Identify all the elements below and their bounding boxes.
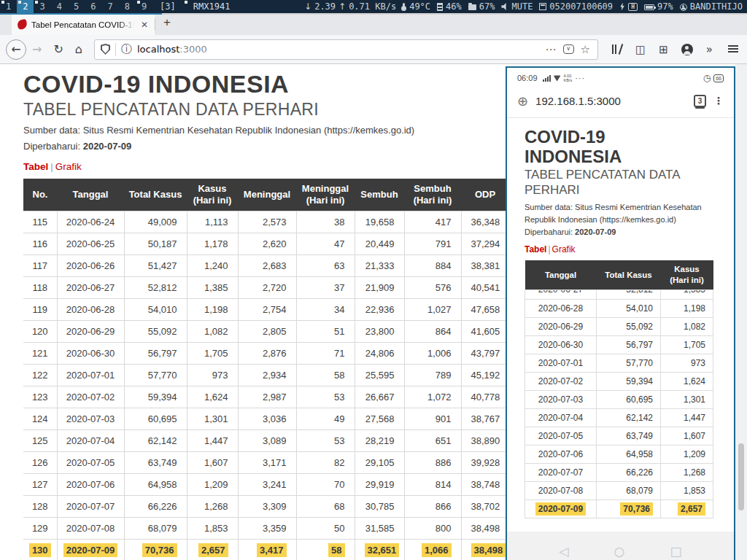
table-cell: 20,449 [355, 233, 404, 255]
workspace-8[interactable]: 8 [119, 0, 136, 13]
table-cell: 36,348 [461, 211, 509, 233]
tabel-link[interactable]: Tabel [23, 161, 48, 172]
table-cell: 125 [23, 430, 57, 452]
phone-url-text[interactable]: 192.168.1.5:3000 [535, 95, 686, 107]
browser-tab[interactable]: Tabel Pencatatan COVID-19 Indone ✕ [12, 15, 155, 35]
table-cell: 2,876 [238, 343, 296, 365]
profile-avatar-icon[interactable] [681, 44, 693, 55]
table-cell: 2020-06-26 [57, 255, 124, 277]
site-info-icon[interactable]: ⓘ [121, 42, 132, 56]
table-row: 2020-06-3056,7971,705 [525, 336, 713, 354]
overflow-chevron-icon[interactable]: » [700, 43, 719, 56]
extensions-icon[interactable]: ⊞ [652, 43, 675, 56]
table-head: No.TanggalTotal KasusKasus(Hari ini)Meni… [23, 179, 566, 211]
workspace-6[interactable]: 6 [85, 0, 101, 13]
table-row: 1172020-06-2651,4271,2402,6836321,333884… [23, 255, 566, 277]
tracking-protection-shield-icon[interactable] [101, 44, 110, 55]
phone-menu-kebab-icon[interactable]: ⋮ [713, 95, 724, 106]
workspace-5[interactable]: 5 [68, 0, 85, 13]
table-row: 1262020-07-0563,7491,6073,1718229,105886… [23, 452, 566, 474]
user-icon [680, 4, 687, 11]
battery-icon [644, 4, 654, 10]
table-cell: 2,657 [661, 500, 713, 518]
home-button[interactable]: ⌂ [69, 42, 88, 56]
android-back-button[interactable]: ◁ [560, 544, 569, 559]
table-cell: 38,748 [461, 474, 509, 496]
phone-grafik-link[interactable]: Grafik [552, 244, 576, 254]
table-row: 1152020-06-2449,0091,1132,5733819,658417… [23, 211, 566, 233]
bookmark-star-icon[interactable]: ☆ [579, 43, 592, 56]
browser-scrollbar-track[interactable] [735, 64, 747, 560]
table-cell: 2,620 [238, 233, 296, 255]
page-actions-icon[interactable]: ⋯ [544, 43, 558, 56]
tab-close-icon[interactable]: ✕ [139, 20, 150, 30]
upload-icon: ↑ [338, 0, 346, 13]
table-cell: 1,853 [661, 482, 713, 500]
pocket-icon[interactable]: ∨ [563, 44, 574, 54]
table-cell: 21,909 [355, 277, 404, 299]
alarm-icon: ◷ [703, 73, 711, 83]
workspace-4[interactable]: 4 [51, 0, 68, 13]
sidebar-icon[interactable]: ◫ [629, 43, 652, 56]
table-cell: 123 [23, 386, 57, 408]
table-cell: 58 [296, 540, 355, 560]
grafik-link[interactable]: Grafik [55, 161, 82, 172]
browser-scrollbar-thumb[interactable] [738, 443, 744, 510]
table-cell: 55,092 [597, 318, 661, 336]
workspace-9[interactable]: 9 [136, 0, 152, 13]
android-recents-button[interactable]: □ [670, 544, 681, 559]
library-icon[interactable] [612, 44, 622, 54]
new-tab-button[interactable]: + [155, 15, 179, 35]
table-cell: 118 [23, 277, 57, 299]
status-bar: 123456789 [3] RMX1941 ↓2.39↑0.71 KB/s 49… [0, 0, 747, 13]
table-cell: 34 [296, 299, 355, 321]
table-cell: 2020-06-29 [525, 318, 597, 336]
phone-source-text: Sumber data: Situs Resmi Kementrian Kese… [525, 201, 708, 226]
table-cell: 126 [23, 452, 57, 474]
back-button[interactable]: ← [6, 39, 26, 60]
table-cell: 2020-06-25 [57, 233, 124, 255]
table-cell: 901 [404, 408, 461, 430]
table-cell: 40,541 [461, 277, 509, 299]
table-row: 1292020-07-0868,0791,8533,3595031,585800… [23, 518, 566, 540]
table-cell: 37 [296, 277, 355, 299]
android-home-button[interactable]: ○ [614, 544, 625, 559]
table-row: 1222020-07-0157,7709732,9345825,59578945… [23, 365, 566, 386]
table-cell: 2,573 [238, 211, 296, 233]
thermometer-icon [403, 3, 405, 10]
table-cell: 50 [296, 518, 355, 540]
reload-button[interactable]: ↻ [47, 42, 69, 56]
url-text[interactable]: localhost:3000 [137, 44, 539, 55]
table-cell: 2020-07-09 [525, 500, 597, 518]
table-cell: 21,333 [355, 255, 404, 277]
menu-hamburger-icon[interactable] [728, 45, 738, 47]
table-cell: 27,568 [355, 408, 404, 430]
workspace-3[interactable]: 3 [34, 0, 50, 13]
phone-tab-counter[interactable]: 3 [694, 95, 706, 107]
table-cell: 128 [23, 496, 57, 518]
table-cell: 2020-07-01 [525, 354, 597, 373]
storage-usage: 67% [468, 0, 495, 13]
workspace-1[interactable]: 1 [0, 0, 17, 13]
url-separator [115, 43, 116, 56]
datetime: 052007100609 [539, 0, 613, 13]
status-more-icon: ··· [575, 74, 585, 82]
phone-updated-text: Diperbaharui: 2020-07-09 [525, 226, 716, 238]
download-icon: ↓ [304, 0, 311, 13]
table-cell: 1,006 [404, 343, 461, 365]
tab-title: Tabel Pencatatan COVID-19 Indone [31, 20, 134, 29]
covid-data-table: No.TanggalTotal KasusKasus(Hari ini)Meni… [23, 179, 567, 560]
table-cell: 63,749 [597, 427, 661, 446]
focused-window-title: RMX1941 [183, 0, 238, 13]
table-cell: 2020-07-08 [525, 482, 597, 500]
workspace-2[interactable]: 2 [17, 0, 34, 13]
workspace-7[interactable]: 7 [101, 0, 118, 13]
table-cell: 47,658 [461, 299, 509, 321]
phone-url-bar[interactable]: ⊕ 192.168.1.5:3000 3 ⋮ [517, 90, 724, 112]
url-bar[interactable]: ⓘ localhost:3000 ⋯ ∨ ☆ [94, 39, 598, 60]
forward-button[interactable]: → [26, 42, 47, 56]
table-cell: 2020-07-07 [57, 496, 124, 518]
phone-tabel-link[interactable]: Tabel [525, 244, 546, 254]
table-cell: 3,036 [238, 408, 296, 430]
table-cell: 130 [23, 540, 57, 560]
